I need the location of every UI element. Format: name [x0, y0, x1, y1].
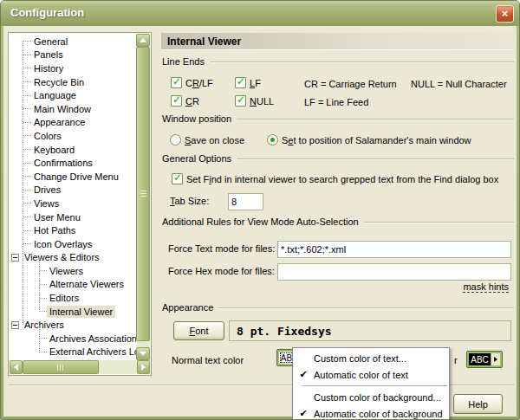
checkbox-set-find[interactable]: ✓ Set Find in internal viewer to search …: [172, 173, 498, 184]
tree-item[interactable]: Alternate Viewers: [9, 278, 136, 292]
tree-item[interactable]: User Menu: [9, 210, 136, 224]
checkbox-null[interactable]: ✓ NULL: [235, 95, 274, 107]
radio-save-on-close[interactable]: Save on close: [170, 134, 244, 145]
radio-icon: [170, 134, 181, 145]
tree-branch-icon: [39, 298, 47, 299]
mask-hints-link[interactable]: mask hints: [463, 281, 509, 293]
force-text-mode-label: Force Text mode for files:: [168, 243, 275, 254]
tree-item[interactable]: Language: [9, 88, 136, 102]
scroll-left-button[interactable]: [10, 360, 23, 374]
note-null: NULL = Null Character: [411, 79, 507, 89]
checkbox-icon: ✓: [171, 77, 182, 88]
scroll-down-button[interactable]: [136, 347, 150, 360]
menu-item[interactable]: ✔Automatic color of background: [293, 405, 449, 420]
tree-branch-icon: [39, 270, 47, 271]
tree-horizontal-scrollbar[interactable]: [10, 360, 150, 374]
group-appearance: Appearance: [162, 302, 514, 313]
menu-item-label: Automatic color of text: [314, 370, 408, 380]
tree-item[interactable]: External Archivers Lo: [9, 346, 136, 359]
tree-item[interactable]: Archivers: [9, 318, 136, 332]
arrow-down-icon: [140, 352, 146, 356]
tree-item-label: Language: [31, 89, 79, 101]
tree-item[interactable]: Drives: [9, 184, 136, 197]
tree-item[interactable]: Appearance: [9, 116, 136, 130]
tree-item-label: Keyboard: [31, 144, 77, 156]
force-text-mode-input[interactable]: [277, 241, 511, 258]
group-general-options: General Options: [162, 153, 514, 164]
tab-size-input[interactable]: [228, 193, 263, 210]
color-context-menu: Custom color of text...✔Automatic color …: [292, 347, 450, 420]
menu-item-label: Automatic color of background: [314, 409, 443, 419]
tree-item[interactable]: Internal Viewer: [9, 305, 136, 319]
scroll-up-button[interactable]: [136, 34, 150, 47]
checkbox-label: CR/LF: [185, 78, 213, 88]
tree-item[interactable]: Icon Overlays: [9, 237, 136, 251]
font-button[interactable]: Font: [173, 321, 224, 340]
group-line: [210, 61, 514, 63]
checkbox-label: LF: [250, 78, 261, 88]
help-button[interactable]: Help: [453, 394, 503, 414]
menu-item[interactable]: ✔Automatic color of text: [293, 366, 449, 383]
tree-item[interactable]: Viewers: [9, 264, 136, 278]
checkbox-label: Set Find in internal viewer to search gr…: [186, 174, 498, 184]
tree-item-label: Recycle Bin: [31, 76, 87, 88]
tree-branch-icon: [23, 135, 31, 136]
checkbox-cr[interactable]: ✓ CR: [171, 95, 199, 107]
tree-item[interactable]: Panels: [9, 48, 136, 62]
checkbox-icon: ✓: [172, 173, 183, 184]
tree-item[interactable]: General: [9, 35, 136, 48]
menu-separator: [302, 385, 447, 386]
dropdown-arrow-icon[interactable]: [491, 353, 500, 365]
radio-set-to-main-window[interactable]: Set to position of Salamander's main win…: [267, 134, 471, 145]
scroll-right-button[interactable]: [137, 360, 150, 374]
configuration-dialog: Configuration × GeneralPanelsHistoryRecy…: [0, 0, 520, 420]
menu-item-label: Custom color of text...: [314, 353, 406, 364]
tree-item-label: Archives Associations: [47, 333, 136, 345]
note-cr: CR = Carriage Return: [304, 79, 397, 89]
tree-item[interactable]: Change Drive Menu: [9, 170, 136, 184]
tree-branch-icon: [39, 311, 47, 312]
title-bar[interactable]: Configuration ×: [1, 1, 519, 26]
tree-item[interactable]: Hot Paths: [9, 223, 136, 237]
force-hex-mode-label: Force Hex mode for files:: [168, 266, 275, 276]
checkbox-lf[interactable]: ✓ LF: [235, 77, 261, 88]
tree-item-label: Confirmations: [31, 157, 95, 169]
tree-item[interactable]: Views: [9, 197, 136, 210]
group-line: [237, 119, 514, 120]
tree-item-label: Appearance: [31, 116, 88, 128]
dialog-body: GeneralPanelsHistoryRecycle BinLanguageM…: [3, 26, 517, 417]
tree-item-label: Colors: [31, 130, 64, 142]
tree-item[interactable]: Main Window: [9, 102, 136, 116]
font-preview: 8 pt. Fixedsys: [229, 320, 511, 341]
menu-item[interactable]: Custom color of background...: [293, 389, 449, 405]
tree-branch-icon: [23, 243, 31, 244]
tree-item[interactable]: Colors: [9, 129, 136, 143]
tree-item-label: User Menu: [31, 211, 83, 223]
group-line: [364, 222, 514, 223]
tree-item[interactable]: Archives Associations: [9, 332, 136, 346]
force-hex-mode-input[interactable]: [277, 263, 511, 281]
note-lf: LF = Line Feed: [304, 97, 368, 107]
tree-items: GeneralPanelsHistoryRecycle BinLanguageM…: [9, 35, 136, 360]
checkbox-crlf[interactable]: ✓ CR/LF: [171, 77, 213, 88]
checkbox-icon: ✓: [171, 95, 182, 107]
background-color-button[interactable]: ABC: [466, 351, 503, 368]
tree-branch-icon: [23, 81, 31, 82]
tree-item[interactable]: Confirmations: [9, 156, 136, 170]
tree-collapse-icon[interactable]: [11, 254, 19, 262]
tree-vertical-scrollbar[interactable]: [136, 34, 150, 360]
close-button[interactable]: ×: [496, 5, 514, 23]
tree-item[interactable]: Viewers & Editors: [9, 251, 136, 265]
tree-item-label: Change Drive Menu: [31, 171, 121, 183]
menu-item[interactable]: Custom color of text...: [293, 350, 449, 366]
color-sample-abc: ABC: [469, 353, 491, 365]
tree-item[interactable]: Recycle Bin: [9, 75, 136, 89]
tree-collapse-icon[interactable]: [11, 321, 19, 329]
tree-item[interactable]: Editors: [9, 291, 136, 305]
horizontal-scroll-thumb[interactable]: [23, 360, 99, 374]
tree-item-label: External Archivers Lo: [47, 346, 136, 358]
tree-item[interactable]: Keyboard: [9, 143, 136, 157]
normal-text-color-label: Normal text color: [172, 355, 244, 365]
vertical-scroll-thumb[interactable]: [136, 47, 150, 341]
tree-item[interactable]: History: [9, 61, 136, 75]
